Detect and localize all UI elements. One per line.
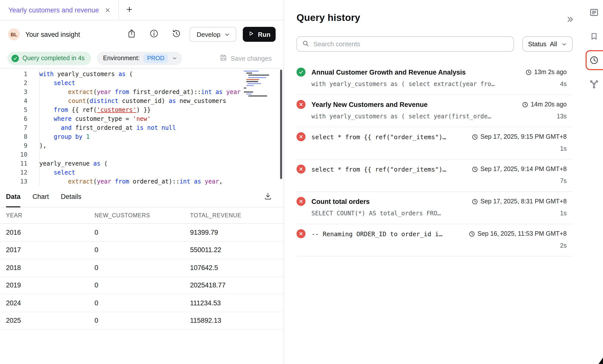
table-row[interactable]: 2016091399.79: [0, 224, 284, 241]
save-changes-button[interactable]: Save changes: [219, 53, 272, 63]
table-cell: 0: [95, 246, 190, 254]
line-number: 13: [0, 177, 27, 186]
error-icon: [297, 132, 305, 141]
editor-scrollbar[interactable]: [280, 70, 282, 179]
info-button[interactable]: [150, 29, 159, 40]
worksheets-button[interactable]: [585, 3, 603, 23]
tab-data[interactable]: Data: [6, 186, 21, 207]
column-header: NEW_CUSTOMERS: [95, 212, 190, 218]
clock-icon: [471, 134, 478, 140]
history-item[interactable]: Count total ordersSep 17, 2025, 8:31 PM …: [297, 192, 573, 224]
table-cell: 0: [95, 282, 190, 289]
table-row[interactable]: 20170550011.22: [0, 241, 284, 259]
history-item[interactable]: select * from {{ ref("order_items")…Sep …: [297, 127, 573, 160]
table-cell: 2024: [0, 299, 95, 307]
version-history-button[interactable]: [172, 29, 181, 40]
history-item-time: Sep 16, 2025, 11:53 PM GMT+8: [463, 230, 567, 237]
bookmark-icon: [590, 32, 599, 42]
history-item-duration: 7s: [560, 177, 567, 184]
table-row[interactable]: 20240111234.53: [0, 294, 284, 312]
history-item-title: Count total orders: [311, 198, 370, 205]
history-item-time: Sep 17, 2025, 8:31 PM GMT+8: [466, 198, 567, 205]
status-bar: Query completed in 4s Environment: PROD …: [0, 48, 284, 68]
history-item-snippet: SELECT COUNT(*) AS total_orders FRO…: [311, 210, 441, 217]
table-cell: 0: [95, 299, 190, 307]
column-header: YEAR: [0, 212, 95, 218]
code-line: and first_ordered_at is not null: [39, 123, 241, 132]
status-filter-dropdown[interactable]: Status All: [522, 36, 573, 52]
results-header: YEARNEW_CUSTOMERSTOTAL_REVENUE: [0, 207, 284, 224]
history-item-title: select * from {{ ref("order_items")…: [311, 133, 446, 140]
error-icon: [297, 100, 305, 109]
line-number: 8: [0, 132, 27, 141]
history-item[interactable]: Yearly New Customers and Revenue14m 20s …: [297, 95, 573, 127]
line-number: 11: [0, 159, 27, 168]
table-cell: 2019: [0, 282, 95, 289]
table-cell: 0: [95, 264, 190, 272]
column-header: TOTAL_REVENUE: [190, 212, 284, 218]
tab-chart[interactable]: Chart: [33, 186, 49, 207]
sql-editor[interactable]: 12345678910111213 with yearly_customers …: [0, 68, 284, 186]
editor-minimap[interactable]: [244, 71, 272, 97]
environment-dropdown[interactable]: Environment: PROD: [97, 51, 182, 65]
table-row[interactable]: 20180107642.5: [0, 259, 284, 277]
ref-link[interactable]: 'customers': [97, 106, 136, 113]
download-icon: [264, 192, 272, 202]
table-cell: 2016: [0, 229, 95, 236]
run-button[interactable]: Run: [243, 27, 276, 42]
history-item[interactable]: select * from {{ ref("order_items")…Sep …: [297, 160, 573, 192]
history-item-time: Sep 17, 2025, 9:15 PM GMT+8: [466, 133, 567, 140]
error-icon: [297, 229, 305, 238]
code-line: extract(year from first_ordered_at)::int…: [39, 88, 241, 96]
line-number: 9: [0, 141, 27, 150]
table-row[interactable]: 201902025418.77: [0, 277, 284, 294]
search-input[interactable]: [313, 40, 508, 48]
avatar: BL: [8, 28, 20, 40]
code-line: extract(year from ordered_at)::int as ye…: [39, 177, 241, 186]
clock-icon: [522, 101, 528, 108]
query-status-text: Query completed in 4s: [22, 55, 85, 62]
history-clock-icon: [172, 29, 181, 40]
table-cell: 111234.53: [190, 299, 284, 307]
clock-icon: [525, 69, 532, 75]
table-row[interactable]: 20250115892.13: [0, 312, 284, 330]
search-box[interactable]: [297, 36, 514, 52]
bookmarks-button[interactable]: [585, 27, 603, 47]
history-item-title: -- Renaming ORDER_ID to order_id i…: [311, 230, 443, 237]
code-line: yearly_revenue as (: [39, 159, 241, 168]
develop-dropdown[interactable]: Develop: [190, 27, 236, 42]
close-icon[interactable]: [104, 7, 111, 13]
clock-icon: [471, 166, 478, 172]
tab-yearly-customers-and-revenue[interactable]: Yearly customers and revenue: [0, 0, 119, 20]
history-item-title: Yearly New Customers and Revenue: [311, 101, 428, 108]
line-number: 4: [0, 96, 27, 105]
chevron-down-icon: [561, 41, 567, 47]
results-panel: DataChartDetails YEARNEW_CUSTOMERSTOTAL_…: [0, 186, 284, 364]
app-window: Yearly customers and revenue BL Your sav…: [0, 0, 603, 364]
clock-icon: [468, 230, 475, 237]
history-item[interactable]: Annual Customer Growth and Revenue Analy…: [297, 63, 573, 95]
query-history-button[interactable]: [585, 51, 603, 71]
new-tab-button[interactable]: [125, 5, 133, 15]
tab-details[interactable]: Details: [61, 186, 82, 207]
history-item[interactable]: -- Renaming ORDER_ID to order_id i…Sep 1…: [297, 224, 573, 257]
environment-value-badge: PROD: [143, 53, 168, 63]
table-cell: 2025: [0, 317, 95, 324]
line-number: 3: [0, 88, 27, 96]
panel-title: Query history: [297, 12, 573, 23]
share-button[interactable]: [127, 29, 137, 40]
collapse-panel-button[interactable]: [566, 15, 574, 25]
code-line: where customer_type = 'new': [39, 114, 241, 123]
history-item-duration: 2s: [560, 242, 567, 249]
download-button[interactable]: [264, 192, 272, 202]
code-line: ),: [39, 141, 241, 150]
status-filter-label: Status: [528, 40, 547, 48]
code-line: from {{ ref('customers') }}: [39, 105, 241, 114]
editor-code: with yearly_customers as ( select extrac…: [33, 70, 241, 186]
table-cell: 0: [95, 317, 190, 324]
history-item-snippet: with yearly_customers as ( select year(f…: [311, 113, 491, 120]
clock-icon: [589, 55, 599, 66]
lineage-button[interactable]: [585, 75, 603, 94]
line-number: 10: [0, 150, 27, 159]
double-chevron-right-icon: [566, 15, 574, 25]
